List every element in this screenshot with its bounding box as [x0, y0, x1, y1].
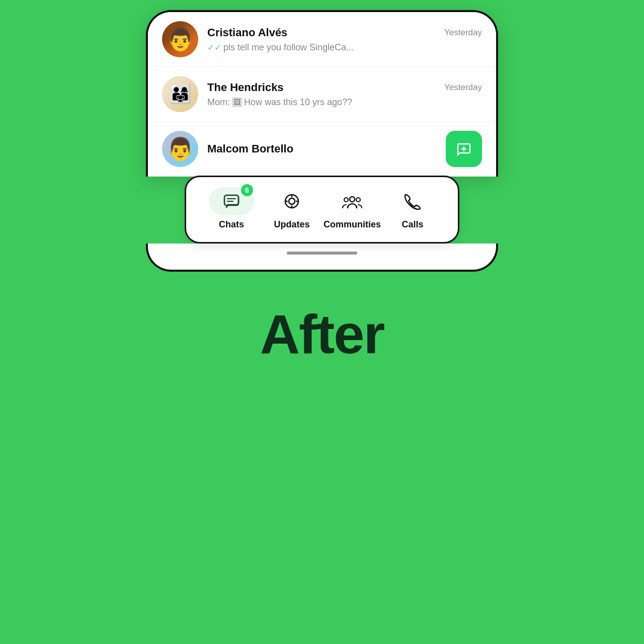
svg-point-13	[356, 198, 360, 202]
svg-point-11	[350, 197, 355, 202]
tab-communities-label: Communities	[324, 219, 381, 230]
updates-icon-wrap	[275, 187, 309, 215]
avatar-malcom	[162, 131, 198, 167]
bottom-navigation: 6 Chats Updates	[185, 176, 459, 244]
tab-communities[interactable]: Communities	[322, 187, 382, 230]
chat-item-cristiano[interactable]: Cristiano Alvés Yesterday ✓✓ pls tell me…	[148, 12, 496, 67]
home-indicator	[287, 252, 357, 255]
chat-preview-cristiano: ✓✓ pls tell me you follow SingleCa...	[207, 42, 482, 53]
calls-icon-wrap	[395, 187, 430, 215]
avatar-hendricks	[162, 76, 198, 112]
calls-icon	[404, 193, 421, 210]
chat-header-hendricks: The Hendricks Yesterday	[207, 81, 482, 94]
communities-icon-wrap	[335, 187, 369, 215]
tab-calls-label: Calls	[401, 219, 423, 230]
chat-name-cristiano: Cristiano Alvés	[207, 26, 287, 39]
chat-time-cristiano: Yesterday	[444, 28, 482, 38]
chat-time-hendricks: Yesterday	[444, 83, 482, 93]
after-label: After	[260, 302, 384, 366]
chat-info-hendricks: The Hendricks Yesterday Mom: 🖼 How was t…	[207, 81, 482, 108]
double-tick-icon: ✓✓	[207, 42, 221, 53]
updates-icon	[283, 193, 300, 210]
chats-icon-wrap: 6	[209, 187, 254, 215]
chats-icon	[223, 193, 240, 210]
new-chat-icon	[455, 140, 473, 158]
phone-screen: Cristiano Alvés Yesterday ✓✓ pls tell me…	[146, 10, 498, 177]
avatar-cristiano	[162, 21, 198, 57]
communities-icon	[342, 193, 362, 210]
chat-info-cristiano: Cristiano Alvés Yesterday ✓✓ pls tell me…	[207, 26, 482, 53]
phone-bottom	[146, 244, 498, 272]
new-chat-fab[interactable]	[446, 131, 482, 167]
chat-list: Cristiano Alvés Yesterday ✓✓ pls tell me…	[148, 12, 496, 177]
tab-chats[interactable]: 6 Chats	[201, 187, 262, 230]
chat-item-hendricks[interactable]: The Hendricks Yesterday Mom: 🖼 How was t…	[148, 67, 496, 122]
svg-rect-2	[224, 195, 238, 205]
chat-name-hendricks: The Hendricks	[207, 81, 284, 94]
chat-name-malcom: Malcom Bortello	[207, 142, 293, 155]
tab-calls[interactable]: Calls	[382, 187, 443, 230]
chats-badge: 6	[241, 184, 253, 196]
photo-icon: 🖼	[232, 97, 242, 107]
tab-updates-label: Updates	[274, 219, 309, 230]
chat-header-cristiano: Cristiano Alvés Yesterday	[207, 26, 482, 39]
svg-point-12	[344, 198, 348, 202]
chat-item-malcom[interactable]: Malcom Bortello	[148, 122, 496, 177]
tab-updates[interactable]: Updates	[262, 187, 322, 230]
chat-header-malcom: Malcom Bortello	[207, 142, 437, 155]
chat-preview-hendricks: Mom: 🖼 How was this 10 yrs ago??	[207, 97, 482, 108]
svg-point-6	[289, 198, 295, 204]
chat-info-malcom: Malcom Bortello	[207, 142, 437, 155]
tab-chats-label: Chats	[219, 219, 244, 230]
